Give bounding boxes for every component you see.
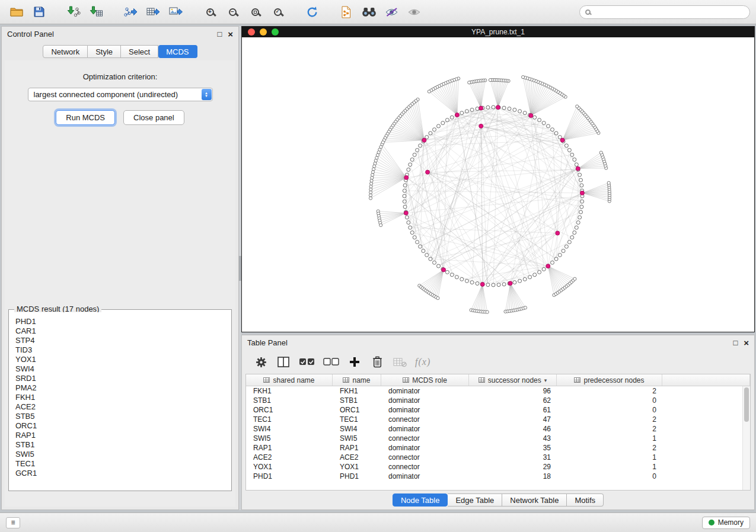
graph-node[interactable]: [419, 245, 422, 248]
graph-node[interactable]: [410, 158, 414, 161]
unselect-all-columns-button[interactable]: [321, 353, 342, 371]
graph-node[interactable]: [580, 184, 583, 187]
add-column-button[interactable]: [345, 353, 364, 371]
graph-dominator-node[interactable]: [496, 105, 500, 110]
select-all-columns-button[interactable]: [296, 353, 317, 371]
graph-node[interactable]: [403, 184, 407, 187]
graph-node[interactable]: [468, 81, 471, 84]
mcds-result-item[interactable]: TID3: [15, 345, 230, 355]
task-history-button[interactable]: ≡: [6, 517, 20, 528]
graph-dominator-node[interactable]: [404, 211, 408, 215]
graph-node[interactable]: [538, 118, 541, 122]
graph-node[interactable]: [518, 110, 522, 113]
close-panel-icon[interactable]: ×: [228, 30, 233, 39]
graph-node[interactable]: [542, 121, 546, 125]
mcds-result-item[interactable]: SRD1: [15, 374, 230, 383]
graph-node[interactable]: [413, 153, 416, 156]
table-row[interactable]: TEC1TEC1connector472: [246, 415, 750, 424]
mcds-result-item[interactable]: STB5: [15, 412, 230, 421]
mcds-result-item[interactable]: STB1: [15, 440, 230, 450]
export-document-button[interactable]: [336, 3, 357, 21]
graph-node[interactable]: [460, 111, 464, 115]
graph-node[interactable]: [369, 197, 372, 200]
graph-node[interactable]: [445, 118, 449, 122]
zoom-fit-button[interactable]: [244, 3, 266, 21]
float-table-panel-icon[interactable]: □: [733, 339, 738, 347]
graph-node[interactable]: [518, 279, 522, 283]
table-row[interactable]: RAP1RAP1dominator352: [246, 443, 750, 453]
graph-node[interactable]: [371, 174, 374, 177]
graph-dominator-node[interactable]: [479, 124, 483, 128]
search-input[interactable]: [595, 7, 744, 17]
graph-node[interactable]: [410, 231, 414, 235]
graph-node[interactable]: [486, 283, 490, 287]
graph-node[interactable]: [502, 106, 506, 110]
graph-node[interactable]: [403, 205, 407, 209]
graph-node[interactable]: [579, 210, 583, 214]
graph-node[interactable]: [576, 105, 579, 108]
graph-node[interactable]: [580, 205, 583, 209]
function-builder-button[interactable]: f(x): [413, 353, 433, 371]
graph-dominator-node[interactable]: [529, 114, 533, 118]
graph-node[interactable]: [403, 200, 406, 203]
network-view-titlebar[interactable]: YPA_prune.txt_1: [242, 27, 754, 37]
graph-node[interactable]: [416, 241, 419, 244]
optimization-criterion-select[interactable]: largest connected component (undirected)…: [28, 88, 213, 101]
graph-node[interactable]: [533, 273, 537, 277]
open-file-button[interactable]: [6, 3, 27, 21]
graph-node[interactable]: [436, 297, 439, 300]
tab-node-table[interactable]: Node Table: [393, 493, 448, 507]
import-network-button[interactable]: [63, 3, 84, 21]
graph-node[interactable]: [551, 128, 554, 132]
graph-dominator-node[interactable]: [422, 138, 426, 142]
graph-dominator-node[interactable]: [455, 113, 460, 117]
mcds-result-list[interactable]: PHD1CAR1STP4TID3YOX1SWI4SRD1PMA2FKH1ACE2…: [10, 312, 230, 489]
table-scrollbar[interactable]: [742, 386, 750, 490]
graph-node[interactable]: [405, 216, 409, 219]
graph-node[interactable]: [460, 277, 464, 281]
import-table-button[interactable]: [85, 3, 107, 21]
tab-network[interactable]: Network: [43, 45, 88, 58]
table-row[interactable]: STB1STB1dominator620: [246, 396, 750, 405]
graph-node[interactable]: [564, 144, 568, 148]
mcds-result-item[interactable]: ORC1: [15, 421, 230, 431]
window-maximize-icon[interactable]: [272, 28, 279, 36]
graph-node[interactable]: [570, 236, 574, 239]
graph-node[interactable]: [455, 275, 458, 279]
column-header-name[interactable]: name: [333, 374, 381, 386]
mcds-result-item[interactable]: FKH1: [15, 393, 230, 402]
graph-node[interactable]: [486, 310, 489, 313]
graph-node[interactable]: [369, 188, 372, 191]
graph-node[interactable]: [573, 277, 576, 280]
table-row[interactable]: YOX1YOX1connector291: [246, 462, 750, 472]
run-mcds-button[interactable]: Run MCDS: [56, 110, 115, 125]
graph-dominator-node[interactable]: [480, 282, 484, 286]
graph-node[interactable]: [502, 283, 506, 286]
graph-node[interactable]: [433, 128, 436, 132]
mcds-result-item[interactable]: ACE2: [15, 402, 230, 412]
zoom-out-button[interactable]: −: [222, 3, 243, 21]
mcds-result-item[interactable]: SWI5: [15, 450, 230, 459]
graph-node[interactable]: [369, 185, 372, 188]
graph-node[interactable]: [422, 249, 425, 253]
graph-node[interactable]: [576, 221, 580, 225]
graph-node[interactable]: [465, 279, 468, 283]
graph-dominator-node[interactable]: [479, 106, 483, 110]
mcds-result-item[interactable]: STP4: [15, 336, 230, 345]
mcds-result-item[interactable]: PMA2: [15, 383, 230, 393]
graph-node[interactable]: [379, 224, 382, 227]
export-network-button[interactable]: [120, 3, 141, 21]
graph-node[interactable]: [403, 189, 406, 193]
graph-node[interactable]: [580, 200, 584, 203]
graph-node[interactable]: [562, 249, 565, 253]
window-close-icon[interactable]: [248, 28, 255, 36]
close-panel-button[interactable]: Close panel: [123, 110, 184, 125]
graph-node[interactable]: [381, 141, 384, 144]
graph-node[interactable]: [419, 144, 422, 148]
graph-node[interactable]: [372, 168, 375, 171]
graph-node[interactable]: [538, 270, 541, 274]
graph-dominator-node[interactable]: [580, 191, 584, 195]
tab-mcds[interactable]: MCDS: [158, 45, 197, 58]
graph-node[interactable]: [369, 194, 372, 197]
mcds-result-item[interactable]: TEC1: [15, 459, 230, 469]
